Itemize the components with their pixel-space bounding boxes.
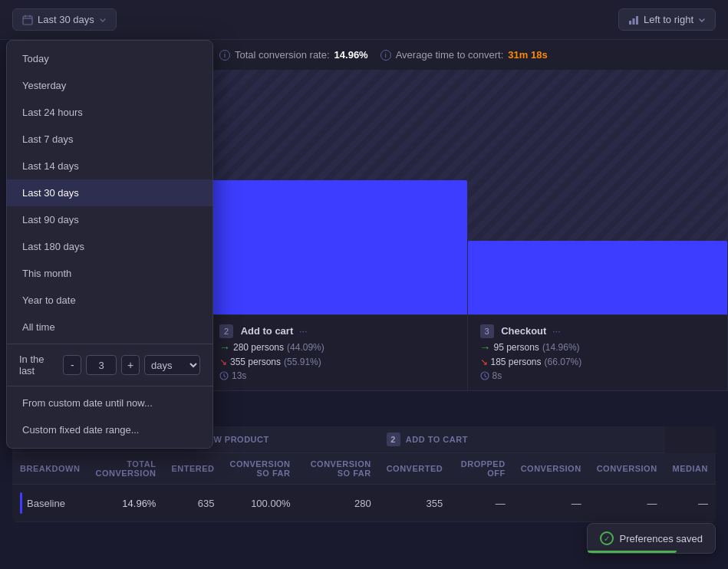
step-dots-checkout[interactable]: ··· [552,325,561,337]
direction-label: Left to right [644,14,693,25]
step-number-3: 3 [480,324,494,338]
conversion-rate-metric: i Total conversion rate: 14.96% [219,49,368,61]
chevron-down-icon-2 [698,16,706,24]
chevron-down-icon [99,16,107,24]
funnel-step-2 [468,70,729,314]
th-conversion2: CONVERSION [513,453,589,485]
funnel-label-checkout: 3 Checkout ··· → 95 persons (14.96%) ↘ 1… [468,315,729,390]
funnel-visualization [207,70,728,315]
custom-period-row: In the last - + days weeks months [7,347,212,383]
toast-message: Preferences saved [620,533,703,544]
funnel-metrics-bar: i Total conversion rate: 14.96% i Averag… [207,40,728,70]
dropped-persons-addtocart: 355 persons [230,357,281,367]
dropdown-item-alltime[interactable]: All time [7,314,212,340]
step-time-addtocart: 13s [219,370,455,381]
th-entered: ENTERED [163,453,222,485]
dropdown-item-from-custom[interactable]: From custom date until now... [7,390,212,416]
col-badge-2: 2 [387,433,400,446]
step-dots-addtocart[interactable]: ··· [299,325,308,337]
step-converted-checkout: → 95 persons (14.96%) [480,341,716,354]
arrow-up-checkout: → [480,341,491,354]
converted-persons-addtocart: 280 persons [233,342,284,353]
th-conversion-so-far: CONVERSIONSO FAR [222,453,298,485]
custom-number-input[interactable] [86,355,117,375]
info-icon-conversion[interactable]: i [219,50,230,61]
dropdown-separator [7,344,212,344]
converted-persons-checkout: 95 persons [494,342,539,353]
clock-icon-addtocart [219,371,229,380]
th-dropped-off: CONVERTED [379,453,451,485]
funnel-label-addtocart: 2 Add to cart ··· → 280 persons (44.09%)… [207,315,468,390]
td-breakdown: Baseline [12,485,87,522]
arrow-up-addtocart: → [219,341,230,354]
custom-plus-button[interactable]: + [121,355,140,375]
td-conversion2: — [513,485,589,522]
td-dropped-off: 355 [379,485,451,522]
th-average: MEDIAN [665,453,716,485]
top-bar: Last 30 days Left to right [0,0,728,40]
dropdown-item-last7[interactable]: Last 7 days [7,126,212,153]
step-converted-addtocart: → 280 persons (44.09%) [219,341,455,354]
dropdown-item-thismonth[interactable]: This month [7,260,212,287]
funnel-step-labels: 2 Add to cart ··· → 280 persons (44.09%)… [207,315,728,391]
avg-time-metric: i Average time to convert: 31m 18s [380,49,548,61]
dropdown-item-custom-fixed[interactable]: Custom fixed date range... [7,416,212,443]
bar-chart-icon [628,15,639,25]
conversion-rate-value: 14.96% [334,49,368,61]
date-range-label: Last 30 days [38,14,94,25]
step-dropped-addtocart: ↘ 355 persons (55.91%) [219,357,455,367]
dropdown-item-last24[interactable]: Last 24 hours [7,99,212,126]
dropdown-item-last14[interactable]: Last 14 days [7,153,212,179]
dropped-pct-addtocart: (55.91%) [284,357,321,367]
avg-time-value: 31m 18s [508,49,547,61]
svg-rect-2 [632,18,634,25]
dropdown-item-last90[interactable]: Last 90 days [7,206,212,233]
funnel-step-1 [207,70,468,314]
step-name-addtocart: Add to cart [241,325,294,337]
svg-rect-3 [636,16,638,25]
preferences-toast: ✓ Preferences saved [587,523,716,554]
td-conversion1: — [450,485,512,522]
dropdown-item-yeartodate[interactable]: Year to date [7,287,212,314]
svg-rect-0 [23,16,32,25]
funnel-step-2-fill [468,241,728,314]
dropdown-item-last30[interactable]: Last 30 days [7,179,212,206]
step-dropped-checkout: ↘ 185 persons (66.07%) [480,357,716,367]
custom-prefix: In the last [19,354,58,377]
col-group-addtocart: 2 ADD TO CART [379,426,665,453]
step-name-checkout: Checkout [501,325,546,337]
total-conversion-value: 14.96% [122,498,156,509]
dropdown-item-today[interactable]: Today [7,45,212,72]
td-total-conversion: 14.96% [87,485,163,522]
toast-progress-bar [588,551,677,553]
th-median: CONVERSION [589,453,665,485]
clock-icon-checkout [480,371,489,380]
info-icon-avgtime[interactable]: i [380,50,391,61]
baseline-indicator [20,492,22,514]
date-dropdown: Today Yesterday Last 24 hours Last 7 day… [6,40,213,449]
step-time-checkout: 8s [480,370,716,381]
date-range-button[interactable]: Last 30 days [12,8,117,31]
table-row: Baseline 14.96% 635 100.00% 280 355 — — … [12,485,716,522]
custom-unit-select[interactable]: days weeks months [144,355,200,375]
td-converted: 280 [298,485,378,522]
th-converted: CONVERSION SO FAR [298,453,378,485]
calendar-icon [22,15,33,25]
conversion-rate-label: Total conversion rate: [235,49,330,61]
th-conversion1: DROPPED OFF [450,453,512,485]
direction-button[interactable]: Left to right [618,8,716,31]
dropdown-item-yesterday[interactable]: Yesterday [7,72,212,99]
funnel-step-1-fill [207,180,467,314]
td-median: — [589,485,665,522]
arrow-down-checkout: ↘ [480,357,488,367]
svg-rect-1 [629,21,631,25]
custom-minus-button[interactable]: - [63,355,81,375]
arrow-down-addtocart: ↘ [219,357,227,367]
dropdown-separator-2 [7,386,212,386]
dropdown-item-last180[interactable]: Last 180 days [7,233,212,260]
td-conversion-so-far: 100.00% [222,485,298,522]
time-value-addtocart: 13s [232,370,246,381]
toast-check-icon: ✓ [600,531,614,545]
td-average: — [665,485,716,522]
col-group-atc-label: ADD TO CART [406,435,468,444]
